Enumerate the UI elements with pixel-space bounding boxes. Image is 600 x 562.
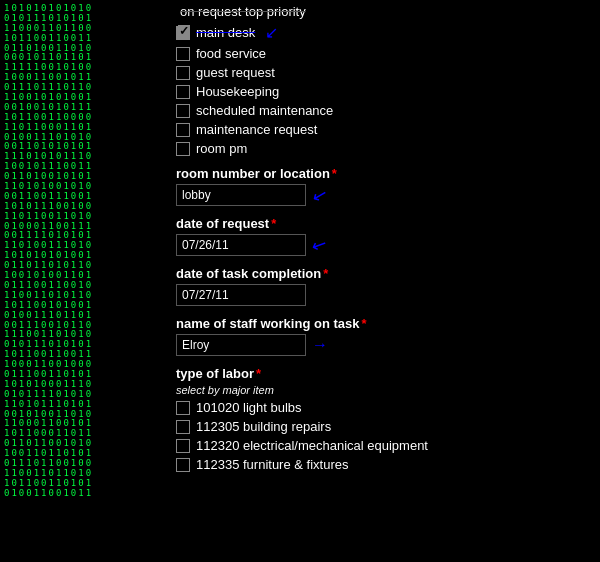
main-desk-label: main desk [196, 25, 255, 40]
guest-request-label: guest request [196, 65, 275, 80]
main-content: on request top priority main desk ↙ food… [168, 0, 600, 562]
labor-101020-label: 101020 light bulbs [196, 400, 302, 415]
date-of-completion-group: date of task completion* [176, 266, 588, 306]
labor-101020-checkbox[interactable] [176, 401, 190, 415]
scheduled-maintenance-label: scheduled maintenance [196, 103, 333, 118]
labor-112320-checkbox[interactable] [176, 439, 190, 453]
labor-112305-item: 112305 building repairs [176, 419, 588, 434]
labor-112335-label: 112335 furniture & fixtures [196, 457, 348, 472]
food-service-label: food service [196, 46, 266, 61]
guest-request-checkbox[interactable] [176, 66, 190, 80]
labor-112335-item: 112335 furniture & fixtures [176, 457, 588, 472]
staff-name-required: * [361, 316, 366, 331]
on-request-label: on request top priority [180, 4, 306, 19]
staff-arrow: → [312, 336, 328, 354]
staff-name-label: name of staff working on task* [176, 316, 588, 331]
labor-112320-item: 112320 electrical/mechanical equipment [176, 438, 588, 453]
housekeeping-label: Housekeeping [196, 84, 279, 99]
scheduled-maintenance-checkbox[interactable] [176, 104, 190, 118]
labor-required: * [256, 366, 261, 381]
on-request-item: on request top priority [176, 4, 588, 19]
matrix-animation: 1011001101011001101011001101011001011010… [0, 0, 168, 562]
lobby-arrow: ↙ [309, 182, 329, 207]
guest-request-item: guest request [176, 65, 588, 80]
matrix-sidebar: 1011001101011001101011001101011001011010… [0, 0, 168, 562]
date-request-arrow: ↙ [308, 232, 331, 258]
date-of-completion-required: * [323, 266, 328, 281]
date-of-request-input[interactable] [176, 234, 306, 256]
food-service-checkbox[interactable] [176, 47, 190, 61]
room-number-required: * [332, 166, 337, 181]
room-pm-checkbox[interactable] [176, 142, 190, 156]
date-of-request-required: * [271, 216, 276, 231]
labor-112320-label: 112320 electrical/mechanical equipment [196, 438, 428, 453]
labor-112305-label: 112305 building repairs [196, 419, 331, 434]
maintenance-request-label: maintenance request [196, 122, 317, 137]
room-pm-label: room pm [196, 141, 247, 156]
labor-112335-checkbox[interactable] [176, 458, 190, 472]
maintenance-request-checkbox[interactable] [176, 123, 190, 137]
room-number-input[interactable] [176, 184, 306, 206]
maintenance-request-item: maintenance request [176, 122, 588, 137]
date-of-request-group: date of request* ↙ [176, 216, 588, 256]
labor-section: type of labor* select by major item 1010… [176, 366, 588, 472]
room-number-label: room number or location* [176, 166, 588, 181]
scheduled-maintenance-item: scheduled maintenance [176, 103, 588, 118]
housekeeping-item: Housekeeping [176, 84, 588, 99]
food-service-item: food service [176, 46, 588, 61]
room-pm-item: room pm [176, 141, 588, 156]
date-of-completion-input[interactable] [176, 284, 306, 306]
labor-101020-item: 101020 light bulbs [176, 400, 588, 415]
date-of-request-label: date of request* [176, 216, 588, 231]
labor-subtitle: select by major item [176, 384, 588, 396]
staff-name-input[interactable] [176, 334, 306, 356]
labor-label: type of labor* [176, 366, 588, 381]
main-desk-arrow: ↙ [265, 23, 278, 42]
main-desk-checkbox[interactable] [176, 26, 190, 40]
labor-112305-checkbox[interactable] [176, 420, 190, 434]
staff-name-group: name of staff working on task* → [176, 316, 588, 356]
room-number-group: room number or location* ↙ [176, 166, 588, 206]
housekeeping-checkbox[interactable] [176, 85, 190, 99]
date-of-completion-label: date of task completion* [176, 266, 588, 281]
main-desk-item: main desk ↙ [176, 23, 588, 42]
